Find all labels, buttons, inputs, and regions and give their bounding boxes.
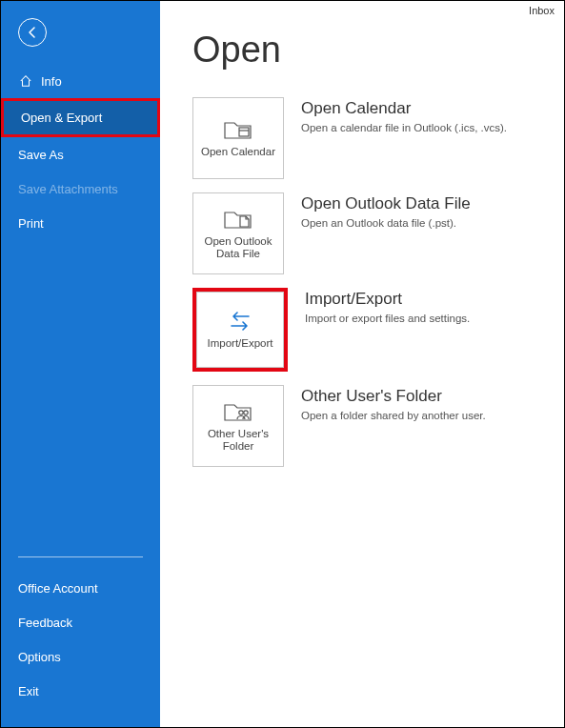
- svg-point-2: [239, 411, 243, 415]
- sidebar-nav-bottom: Office Account Feedback Options Exit: [1, 547, 160, 727]
- window-title: Inbox: [529, 5, 555, 16]
- sidebar-item-label: Options: [18, 650, 61, 664]
- sidebar-item-print[interactable]: Print: [1, 206, 160, 240]
- tile-label: Open Outlook Data File: [197, 235, 279, 260]
- sidebar-item-feedback[interactable]: Feedback: [1, 605, 160, 639]
- calendar-folder-icon: [223, 117, 253, 142]
- option-text: Open Outlook Data File Open an Outlook d…: [301, 192, 555, 229]
- option-text: Other User's Folder Open a folder shared…: [301, 385, 555, 421]
- app-window: Inbox Info Open & Export Save As: [0, 0, 565, 728]
- svg-point-3: [244, 411, 248, 415]
- option-open-calendar: Open Calendar Open Calendar Open a calen…: [192, 97, 555, 179]
- home-icon: [18, 73, 33, 89]
- sidebar-item-label: Exit: [18, 684, 39, 698]
- option-desc: Open an Outlook data file (.pst).: [301, 217, 555, 229]
- sidebar-item-open-export[interactable]: Open & Export: [1, 98, 160, 137]
- sidebar-item-label: Open & Export: [21, 111, 102, 125]
- option-desc: Import or export files and settings.: [305, 313, 555, 324]
- tile-label: Import/Export: [207, 337, 272, 350]
- sidebar-item-office-account[interactable]: Office Account: [1, 571, 160, 605]
- option-desc: Open a calendar file in Outlook (.ics, .…: [301, 122, 555, 133]
- sidebar-item-options[interactable]: Options: [1, 639, 160, 674]
- sidebar-item-label: Info: [41, 74, 62, 89]
- main-panel: Open Open Calendar Open Calendar Open a …: [160, 1, 564, 727]
- tile-import-export[interactable]: Import/Export: [196, 292, 284, 368]
- sidebar-item-label: Office Account: [18, 581, 98, 596]
- user-folder-icon: [223, 399, 253, 424]
- sidebar: Info Open & Export Save As Save Attachme…: [1, 1, 160, 727]
- option-title: Open Calendar: [301, 99, 555, 118]
- page-title: Open: [192, 30, 555, 71]
- option-desc: Open a folder shared by another user.: [301, 410, 555, 421]
- sidebar-nav-top: Info Open & Export Save As Save Attachme…: [1, 64, 160, 240]
- option-title: Open Outlook Data File: [301, 194, 555, 213]
- option-import-export: Import/Export Import/Export Import or ex…: [192, 288, 555, 372]
- option-text: Open Calendar Open a calendar file in Ou…: [301, 97, 555, 133]
- tile-label: Open Calendar: [201, 146, 275, 158]
- sidebar-item-info[interactable]: Info: [1, 64, 160, 98]
- sidebar-item-exit[interactable]: Exit: [1, 674, 160, 708]
- arrow-left-icon: [25, 25, 40, 40]
- sidebar-item-label: Save Attachments: [18, 182, 118, 196]
- highlight-import-export: Import/Export: [192, 288, 288, 372]
- sidebar-item-save-attachments: Save Attachments: [1, 172, 160, 206]
- sidebar-divider: [18, 556, 143, 557]
- data-file-folder-icon: [223, 207, 253, 232]
- option-title: Import/Export: [305, 290, 555, 309]
- tile-open-calendar[interactable]: Open Calendar: [192, 97, 284, 179]
- import-export-arrows-icon: [225, 309, 255, 334]
- option-other-user-folder: Other User's Folder Other User's Folder …: [192, 385, 555, 467]
- back-button[interactable]: [18, 18, 47, 47]
- option-text: Import/Export Import or export files and…: [305, 288, 555, 324]
- sidebar-item-label: Feedback: [18, 616, 72, 630]
- option-open-data-file: Open Outlook Data File Open Outlook Data…: [192, 192, 555, 274]
- tile-open-data-file[interactable]: Open Outlook Data File: [192, 192, 284, 274]
- option-title: Other User's Folder: [301, 387, 555, 406]
- tile-other-user-folder[interactable]: Other User's Folder: [192, 385, 284, 467]
- sidebar-item-label: Save As: [18, 148, 64, 162]
- svg-rect-0: [239, 128, 249, 136]
- tile-label: Other User's Folder: [197, 428, 279, 453]
- sidebar-item-label: Print: [18, 216, 44, 231]
- sidebar-item-save-as[interactable]: Save As: [1, 137, 160, 172]
